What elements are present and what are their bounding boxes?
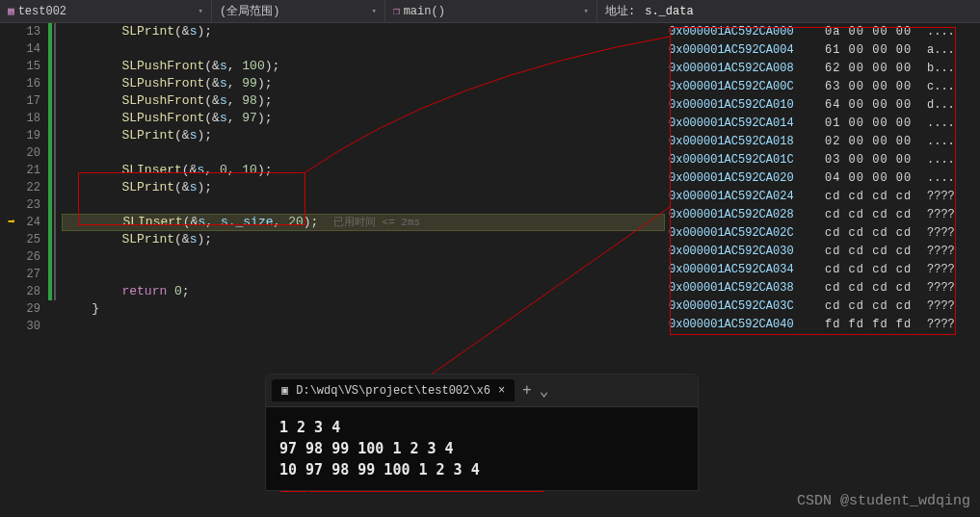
memory-row[interactable]: 0x000001AC592CA02004 00 00 00.... — [669, 169, 980, 188]
code-line[interactable] — [62, 266, 665, 283]
cube-icon: ❒ — [393, 5, 400, 17]
memory-address: 0x000001AC592CA040 — [669, 316, 811, 334]
memory-address: 0x000001AC592CA020 — [669, 169, 811, 188]
memory-row[interactable]: 0x000001AC592CA00461 00 00 00a... — [669, 41, 980, 60]
memory-row[interactable]: 0x000001AC592CA030cd cd cd cd???? — [669, 243, 980, 261]
line-number: 20 — [0, 144, 40, 162]
memory-row[interactable]: 0x000001AC592CA0000a 00 00 00.... — [669, 23, 980, 41]
memory-address: 0x000001AC592CA038 — [669, 279, 811, 297]
code-line[interactable]: SLPrint(&s); — [62, 231, 665, 248]
memory-ascii: a... — [927, 41, 955, 60]
code-line[interactable]: SLPushFront(&s, 98); — [62, 92, 665, 110]
address-label: 地址: — [605, 3, 635, 19]
memory-row[interactable]: 0x000001AC592CA034cd cd cd cd???? — [669, 261, 980, 279]
code-line[interactable]: SLInsert(&s, 0, 10); — [62, 162, 665, 179]
memory-ascii: .... — [927, 151, 955, 169]
memory-bytes: 64 00 00 00 — [825, 96, 914, 115]
terminal-icon: ▣ — [281, 383, 288, 398]
terminal-window[interactable]: ▣ D:\wdq\VS\project\test002\x6 × + ⌄ 1 2… — [265, 374, 699, 491]
line-number: 16 — [0, 75, 40, 92]
code-line[interactable] — [62, 318, 665, 335]
code-line[interactable]: SLPushFront(&s, 100); — [62, 58, 665, 75]
memory-row[interactable]: 0x000001AC592CA00C63 00 00 00c... — [669, 78, 980, 96]
memory-bytes: cd cd cd cd — [825, 279, 914, 297]
memory-row[interactable]: 0x000001AC592CA024cd cd cd cd???? — [669, 188, 980, 206]
memory-row[interactable]: 0x000001AC592CA028cd cd cd cd???? — [669, 206, 980, 224]
line-number: 23 — [0, 196, 40, 214]
memory-bytes: cd cd cd cd — [825, 297, 914, 316]
chevron-down-icon: ▾ — [372, 6, 377, 16]
memory-ascii: ???? — [927, 279, 955, 297]
memory-row[interactable]: 0x000001AC592CA040fd fd fd fd???? — [669, 316, 980, 334]
line-number: 14 — [0, 40, 40, 58]
scope-dropdown[interactable]: (全局范围) ▾ — [212, 0, 385, 22]
memory-row[interactable]: 0x000001AC592CA01401 00 00 00.... — [669, 115, 980, 133]
code-line[interactable] — [62, 144, 665, 162]
code-line[interactable] — [62, 248, 665, 266]
memory-bytes: cd cd cd cd — [825, 261, 914, 279]
memory-row[interactable]: 0x000001AC592CA038cd cd cd cd???? — [669, 279, 980, 297]
line-number: 28 — [0, 283, 40, 300]
line-number: 17 — [0, 92, 40, 110]
scope-label: (全局范围) — [220, 3, 279, 19]
memory-ascii: b... — [927, 60, 955, 78]
memory-bytes: cd cd cd cd — [825, 224, 914, 243]
memory-address: 0x000001AC592CA028 — [669, 206, 811, 224]
terminal-line: 1 2 3 4 — [279, 417, 684, 438]
code-line[interactable]: SLPrint(&s); — [62, 127, 665, 144]
memory-address: 0x000001AC592CA018 — [669, 133, 811, 151]
memory-ascii: ???? — [927, 206, 955, 224]
memory-address: 0x000001AC592CA000 — [669, 23, 811, 41]
add-tab-button[interactable]: + — [522, 382, 532, 400]
terminal-tab[interactable]: ▣ D:\wdq\VS\project\test002\x6 × — [272, 379, 515, 401]
memory-row[interactable]: 0x000001AC592CA03Ccd cd cd cd???? — [669, 297, 980, 316]
memory-row[interactable]: 0x000001AC592CA02Ccd cd cd cd???? — [669, 224, 980, 243]
tab-options-button[interactable]: ⌄ — [540, 381, 549, 401]
memory-bytes: 0a 00 00 00 — [825, 23, 914, 41]
terminal-line: 10 97 98 99 100 1 2 3 4 — [279, 459, 684, 480]
memory-row[interactable]: 0x000001AC592CA00862 00 00 00b... — [669, 60, 980, 78]
line-number: 15 — [0, 58, 40, 75]
memory-address: 0x000001AC592CA00C — [669, 78, 811, 96]
memory-bytes: 63 00 00 00 — [825, 78, 914, 96]
memory-bytes: 02 00 00 00 — [825, 133, 914, 151]
memory-address: 0x000001AC592CA008 — [669, 60, 811, 78]
close-icon[interactable]: × — [498, 384, 505, 398]
memory-address: 0x000001AC592CA02C — [669, 224, 811, 243]
function-dropdown[interactable]: ❒ main() ▾ — [385, 0, 597, 22]
code-line[interactable]: SLPushFront(&s, 99); — [62, 75, 665, 92]
code-line[interactable]: SLPushFront(&s, 97); — [62, 110, 665, 127]
address-input[interactable]: s._data — [645, 5, 693, 18]
file-icon: ▦ — [8, 5, 14, 17]
memory-row[interactable]: 0x000001AC592CA01064 00 00 00d... — [669, 96, 980, 115]
code-line[interactable]: SLInsert(&s, s._size, 20); 已用时间 <= 2ms — [62, 214, 665, 231]
memory-address: 0x000001AC592CA01C — [669, 151, 811, 169]
line-number: 24➡ — [0, 214, 40, 231]
memory-row[interactable]: 0x000001AC592CA01C03 00 00 00.... — [669, 151, 980, 169]
line-number: 22 — [0, 179, 40, 196]
memory-row[interactable]: 0x000001AC592CA01802 00 00 00.... — [669, 133, 980, 151]
code-content[interactable]: SLPrint(&s); SLPushFront(&s, 100); SLPus… — [48, 23, 665, 335]
file-dropdown[interactable]: ▦ test002 ▾ — [0, 0, 212, 22]
terminal-tab-title: D:\wdq\VS\project\test002\x6 — [296, 384, 490, 398]
memory-ascii: .... — [927, 133, 955, 151]
code-line[interactable]: return 0; — [62, 283, 665, 300]
code-line[interactable]: } — [62, 300, 665, 318]
memory-address: 0x000001AC592CA010 — [669, 96, 811, 115]
code-line[interactable] — [62, 40, 665, 58]
memory-address: 0x000001AC592CA030 — [669, 243, 811, 261]
code-line[interactable]: SLPrint(&s); — [62, 179, 665, 196]
watermark: CSDN @student_wdqing — [797, 493, 970, 509]
terminal-output: 1 2 3 497 98 99 100 1 2 3 410 97 98 99 1… — [266, 407, 698, 490]
code-line[interactable] — [62, 196, 665, 214]
memory-panel[interactable]: 0x000001AC592CA0000a 00 00 00....0x00000… — [665, 23, 980, 517]
execution-pointer-icon: ➡ — [8, 214, 15, 231]
line-number: 19 — [0, 127, 40, 144]
code-line[interactable]: SLPrint(&s); — [62, 23, 665, 40]
memory-address: 0x000001AC592CA024 — [669, 188, 811, 206]
memory-bytes: cd cd cd cd — [825, 243, 914, 261]
line-number: 25 — [0, 231, 40, 248]
memory-bytes: 01 00 00 00 — [825, 115, 914, 133]
memory-ascii: d... — [927, 96, 955, 115]
line-number: 18 — [0, 110, 40, 127]
